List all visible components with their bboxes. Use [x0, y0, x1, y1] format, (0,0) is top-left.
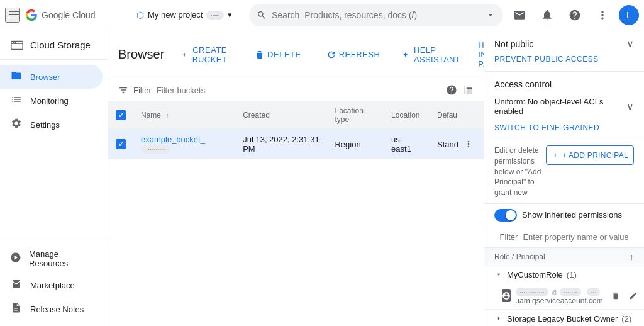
- more-vert-row-icon: [464, 139, 474, 149]
- inherited-toggle[interactable]: [494, 209, 517, 222]
- legacy-owner-header[interactable]: Storage Legacy Bucket Owner (2): [484, 310, 644, 326]
- delete-principal-button[interactable]: [608, 288, 623, 303]
- bell-icon: [541, 9, 553, 21]
- add-principal-button[interactable]: ＋ + ADD PRINCIPAL: [546, 145, 634, 165]
- help-filter-icon[interactable]: [446, 84, 457, 96]
- sidebar-monitoring-label: Monitoring: [30, 96, 69, 106]
- edit-principal-button[interactable]: [626, 288, 641, 303]
- filter-input[interactable]: [157, 86, 441, 95]
- select-all-checkbox[interactable]: ✓: [116, 110, 126, 120]
- sort-asc-icon: ↑: [165, 111, 169, 119]
- app-name: Google Cloud: [42, 10, 96, 20]
- toggle-knob: [506, 210, 516, 220]
- sidebar: Cloud Storage Browser Monitoring Setting…: [0, 30, 108, 326]
- panel-filter-row: Filter: [484, 227, 644, 248]
- default-column-header[interactable]: Defau: [430, 101, 484, 130]
- project-icon: ⬡: [136, 10, 144, 20]
- notifications-btn[interactable]: [536, 4, 558, 26]
- delete-principal-icon: [611, 291, 620, 300]
- add-icon-label: ＋: [552, 150, 559, 160]
- mycustomrole-name: MyCustomRole: [507, 270, 563, 279]
- project-selector[interactable]: ⬡ My new project ····· ▾: [131, 7, 244, 23]
- sidebar-item-settings[interactable]: Settings: [0, 113, 103, 137]
- main-content: Browser CREATE BUCKET DELETE REFRESH HEL…: [108, 30, 484, 326]
- sidebar-item-marketplace[interactable]: Marketplace: [0, 273, 103, 297]
- table-row[interactable]: ✓ example_bucket_·········· Jul 13, 2022…: [108, 130, 484, 159]
- refresh-label: REFRESH: [339, 50, 380, 59]
- hide-info-panel-button[interactable]: HIDE INFO PANEL: [473, 38, 484, 71]
- browser-icon: [10, 70, 23, 84]
- principal-actions: [608, 288, 641, 303]
- browser-title: Browser: [118, 47, 164, 62]
- sidebar-item-release-notes[interactable]: Release Notes: [0, 297, 103, 321]
- right-panel: Not public ∨ PREVENT PUBLIC ACCESS Acces…: [484, 30, 644, 326]
- columns-icon[interactable]: [462, 84, 474, 96]
- header-actions: L: [508, 4, 639, 26]
- help-btn[interactable]: [564, 4, 586, 26]
- create-bucket-button[interactable]: CREATE BUCKET: [174, 42, 237, 68]
- delete-icon: [255, 50, 265, 60]
- sidebar-bottom: Manage Resources Marketplace Release Not…: [0, 239, 108, 326]
- create-bucket-label: CREATE BUCKET: [190, 45, 230, 64]
- google-icon: [25, 9, 38, 21]
- switch-fine-grained-button[interactable]: SWITCH TO FINE-GRAINED: [494, 118, 599, 132]
- principal-details: ············· @ ······· . ··· .iam.gserv…: [516, 287, 603, 305]
- add-icon: [182, 50, 187, 60]
- email-icon: [513, 9, 526, 21]
- public-access-header[interactable]: Not public ∨: [494, 38, 634, 50]
- created-column-header[interactable]: Created: [235, 101, 327, 130]
- sidebar-header: Cloud Storage: [0, 30, 108, 60]
- row-more-btn[interactable]: [461, 137, 476, 152]
- role-principal-header: Role / Principal ↑: [484, 248, 644, 266]
- help-assistant-label: HELP ASSISTANT: [414, 45, 463, 64]
- delete-button[interactable]: DELETE: [247, 46, 309, 64]
- header-right-actions: HELP ASSISTANT HIDE INFO PANEL: [397, 38, 484, 71]
- legacy-owner-count: (2): [621, 314, 631, 323]
- mycustomrole-count: (1): [567, 270, 577, 279]
- filter-label: Filter: [133, 86, 152, 95]
- expand-down-icon: [494, 270, 503, 279]
- row-checkbox-cell[interactable]: ✓: [108, 130, 133, 159]
- sidebar-item-manage-resources[interactable]: Manage Resources: [0, 244, 103, 273]
- search-input[interactable]: [272, 10, 480, 20]
- help-assistant-button[interactable]: HELP ASSISTANT: [397, 43, 468, 67]
- at-sign: @: [552, 289, 557, 296]
- role-group-legacy-owner: Storage Legacy Bucket Owner (2): [484, 310, 644, 326]
- marketplace-icon: [10, 278, 23, 292]
- add-principal-area: Edit or delete permissions below or "Add…: [484, 140, 644, 204]
- filter-right: [446, 84, 474, 96]
- sort-icon[interactable]: ↑: [630, 252, 634, 262]
- browser-header: Browser CREATE BUCKET DELETE REFRESH HEL…: [108, 30, 484, 79]
- name-column-header[interactable]: Name ↑: [133, 101, 235, 130]
- access-control-text: Uniform: No object-level ACLs enabled: [494, 97, 626, 116]
- bucket-name-cell[interactable]: example_bucket_··········: [133, 130, 235, 159]
- google-cloud-logo: Google Cloud: [25, 9, 126, 21]
- more-menu-btn[interactable]: [591, 4, 614, 26]
- refresh-button[interactable]: REFRESH: [319, 46, 388, 64]
- filter-bar: Filter: [108, 79, 484, 101]
- select-all-header[interactable]: ✓: [108, 101, 133, 130]
- add-principal-label: + ADD PRINCIPAL: [562, 151, 628, 160]
- more-vert-icon: [596, 9, 609, 21]
- panel-filter-help-icon[interactable]: [633, 232, 634, 242]
- menu-button[interactable]: [5, 8, 20, 23]
- search-dropdown-icon[interactable]: [486, 10, 496, 20]
- svg-rect-0: [11, 42, 23, 50]
- location-type-column-header[interactable]: Location type: [327, 101, 384, 130]
- search-bar[interactable]: [249, 4, 503, 26]
- mycustomrole-header[interactable]: MyCustomRole (1): [484, 266, 644, 283]
- sidebar-item-browser[interactable]: Browser: [0, 65, 103, 89]
- prevent-public-access-button[interactable]: PREVENT PUBLIC ACCESS: [494, 50, 599, 64]
- access-control-value[interactable]: Uniform: No object-level ACLs enabled ∨: [494, 94, 634, 118]
- search-icon: [257, 10, 267, 20]
- location-column-header[interactable]: Location: [384, 101, 430, 130]
- avatar[interactable]: L: [619, 5, 639, 25]
- bucket-link[interactable]: example_bucket_··········: [141, 135, 205, 154]
- support-icon-btn[interactable]: [508, 4, 531, 26]
- role-header-text: Role / Principal: [494, 252, 545, 261]
- delete-label: DELETE: [267, 50, 301, 59]
- row-checkbox[interactable]: ✓: [116, 139, 126, 149]
- panel-filter-input[interactable]: [523, 232, 628, 242]
- release-notes-icon: [10, 302, 23, 316]
- sidebar-item-monitoring[interactable]: Monitoring: [0, 89, 103, 113]
